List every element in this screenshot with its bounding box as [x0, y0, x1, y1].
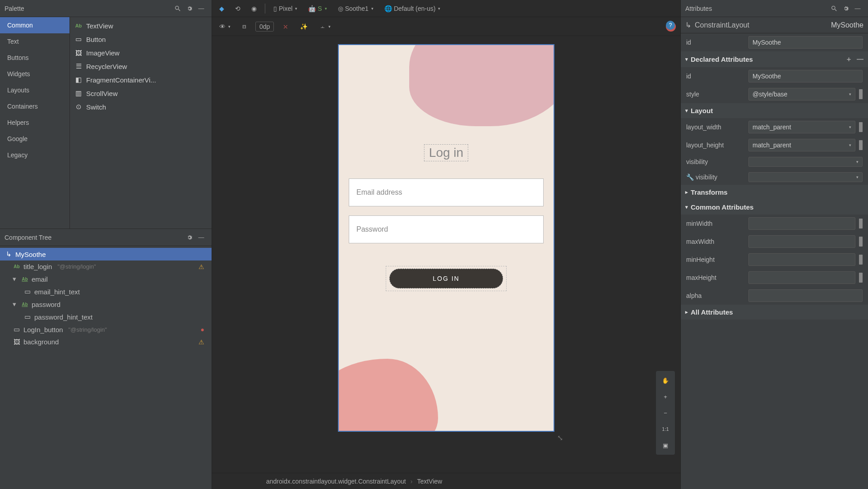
palette-cat-legacy[interactable]: Legacy: [0, 147, 69, 163]
theme-selector[interactable]: ◎ Soothe1▾: [335, 3, 376, 14]
palette-cat-text[interactable]: Text: [0, 33, 69, 50]
palette-item-textview[interactable]: AbTextView: [70, 19, 212, 32]
attr-input[interactable]: [748, 289, 863, 302]
device-selector[interactable]: ▯ Pixel▾: [271, 3, 300, 14]
pin-icon[interactable]: [859, 89, 863, 99]
palette-cat-helpers[interactable]: Helpers: [0, 114, 69, 131]
palette-item-switch[interactable]: ⊙Switch: [70, 100, 212, 114]
rotate-icon[interactable]: ⟲: [232, 3, 243, 14]
section-all-attributes[interactable]: ▸ All Attributes: [681, 305, 868, 320]
preview-login-button[interactable]: LOG IN: [389, 269, 503, 288]
api-selector[interactable]: 🤖 S▾: [305, 3, 329, 14]
image-icon: 🖼: [13, 338, 21, 346]
palette-cat-containers[interactable]: Containers: [0, 98, 69, 114]
attr-input[interactable]: [748, 253, 855, 266]
locale-selector[interactable]: 🌐 Default (en-us)▾: [382, 3, 443, 14]
eye-icon[interactable]: 👁▾: [217, 21, 233, 32]
zoom-out-icon[interactable]: −: [659, 406, 672, 420]
palette-title: Palette: [5, 5, 172, 12]
box-icon: ▭: [23, 313, 32, 321]
palette-cat-common[interactable]: Common: [0, 17, 69, 33]
tools-icon: 🔧: [686, 174, 694, 181]
zoom-1to1-icon[interactable]: 1:1: [659, 422, 672, 436]
attr-row: visibility ▾: [681, 154, 868, 169]
minimize-icon[interactable]: —: [195, 3, 207, 14]
attr-value-select[interactable]: match_parent▾: [748, 121, 855, 133]
chevron-down-icon[interactable]: ▾: [13, 275, 18, 283]
palette-cat-widgets[interactable]: Widgets: [0, 66, 69, 82]
attr-value-select[interactable]: ▾: [748, 157, 863, 167]
palette-item-recyclerview[interactable]: ☰RecyclerView: [70, 59, 212, 73]
gear-icon[interactable]: [184, 232, 195, 243]
pin-icon[interactable]: [859, 237, 863, 247]
palette-item-scrollview[interactable]: ▥ScrollView: [70, 87, 212, 100]
breadcrumb-item[interactable]: TextView: [417, 478, 442, 485]
remove-icon[interactable]: —: [857, 55, 863, 64]
tree-node-password[interactable]: ▾ Ab password: [0, 298, 212, 311]
zoom-in-icon[interactable]: +: [659, 390, 672, 403]
palette-items: AbTextView ▭Button 🖼ImageView ☰RecyclerV…: [70, 17, 212, 229]
margin-value[interactable]: 0dp: [255, 22, 274, 32]
search-icon[interactable]: [828, 3, 840, 14]
chevron-down-icon[interactable]: ▾: [13, 300, 18, 308]
device-preview[interactable]: Log in Email address Password LOG IN: [338, 44, 554, 432]
palette-cat-buttons[interactable]: Buttons: [0, 50, 69, 66]
attributes-header: Attributes —: [681, 0, 868, 17]
attr-value-select[interactable]: ▾: [748, 172, 863, 182]
tree-node-email[interactable]: ▾ Ab email: [0, 273, 212, 285]
background-shape-top: [409, 44, 554, 126]
pin-icon[interactable]: [859, 273, 863, 283]
section-layout[interactable]: ▾ Layout: [681, 103, 868, 118]
tree-node-email-hint[interactable]: ▭ email_hint_text: [0, 285, 212, 298]
zoom-fit-icon[interactable]: ▣: [659, 439, 672, 452]
section-declared-attributes[interactable]: ▾ Declared Attributes ＋—: [681, 51, 868, 67]
section-common-attributes[interactable]: ▾ Common Attributes: [681, 200, 868, 215]
attr-class-name: ConstraintLayout: [695, 21, 827, 29]
pan-tool-icon[interactable]: ✋: [659, 374, 672, 387]
gear-icon[interactable]: [840, 3, 852, 14]
circle-icon[interactable]: ◉: [249, 3, 259, 14]
gear-icon[interactable]: [184, 3, 195, 14]
attr-input[interactable]: [748, 217, 855, 230]
pin-icon[interactable]: [859, 140, 863, 150]
add-icon[interactable]: ＋: [845, 55, 852, 64]
minimize-icon[interactable]: —: [852, 3, 863, 14]
align-icon[interactable]: ⫠▾: [317, 21, 333, 32]
layers-icon[interactable]: ◆: [217, 3, 227, 14]
palette-cat-layouts[interactable]: Layouts: [0, 82, 69, 98]
attr-value-select[interactable]: match_parent▾: [748, 139, 855, 151]
section-transforms[interactable]: ▸ Transforms: [681, 185, 868, 200]
breadcrumb-item[interactable]: androidx.constraintlayout.widget.Constra…: [266, 478, 406, 485]
attr-input[interactable]: [748, 235, 855, 248]
attr-component-name: MySoothe: [831, 21, 863, 29]
help-icon[interactable]: ?: [666, 21, 675, 30]
pin-icon[interactable]: [859, 255, 863, 265]
tree-node-root[interactable]: ↳ MySoothe: [0, 248, 212, 260]
preview-password-field[interactable]: Password: [349, 215, 544, 243]
design-top-toolbar: ◆ ⟲ ◉ ▯ Pixel▾ 🤖 S▾ ◎ Soothe1▾ 🌐 Default…: [212, 0, 680, 17]
attr-input[interactable]: [748, 271, 855, 284]
clear-constraints-icon[interactable]: ⤬: [280, 21, 291, 32]
tree-node-login-button[interactable]: ▭ LogIn_button "@string/login" ●: [0, 323, 212, 336]
pin-icon[interactable]: [859, 122, 863, 132]
palette-item-imageview[interactable]: 🖼ImageView: [70, 46, 212, 59]
tree-node-password-hint[interactable]: ▭ password_hint_text: [0, 311, 212, 323]
palette-cat-google[interactable]: Google: [0, 131, 69, 147]
preview-title[interactable]: Log in: [424, 144, 468, 161]
design-canvas-area: ◆ ⟲ ◉ ▯ Pixel▾ 🤖 S▾ ◎ Soothe1▾ 🌐 Default…: [212, 0, 680, 489]
magnet-icon[interactable]: ⧈: [240, 21, 249, 32]
attr-id-input[interactable]: [748, 36, 863, 49]
design-canvas[interactable]: Log in Email address Password LOG IN ⤡ ✋…: [212, 36, 680, 473]
pin-icon[interactable]: [859, 219, 863, 229]
minimize-icon[interactable]: —: [195, 232, 207, 243]
attr-value[interactable]: MySoothe: [748, 70, 863, 82]
attr-row: 🔧 visibility ▾: [681, 169, 868, 185]
tree-node-title-login[interactable]: Ab title_login "@string/login" ⚠: [0, 260, 212, 273]
palette-item-fragment[interactable]: ◧FragmentContainerVi...: [70, 73, 212, 87]
attr-value-select[interactable]: @style/base▾: [748, 88, 855, 101]
palette-item-button[interactable]: ▭Button: [70, 32, 212, 46]
search-icon[interactable]: [172, 3, 184, 14]
preview-email-field[interactable]: Email address: [349, 178, 544, 206]
tree-node-background[interactable]: 🖼 background ⚠: [0, 336, 212, 348]
infer-constraints-icon[interactable]: ✨: [297, 21, 310, 32]
